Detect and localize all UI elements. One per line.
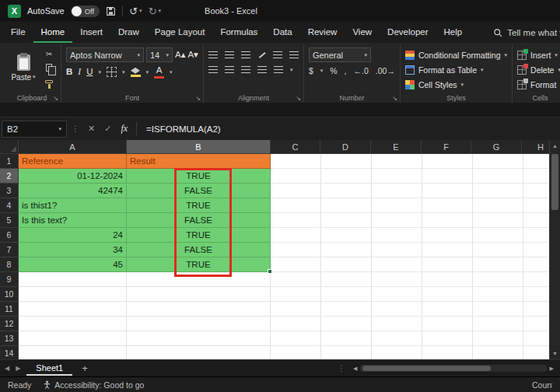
column-header-a[interactable]: A [19, 140, 127, 154]
tab-page-layout[interactable]: Page Layout [147, 22, 213, 43]
cell-B5[interactable]: FALSE [127, 213, 271, 228]
add-sheet-button[interactable]: + [79, 362, 91, 374]
align-top-icon[interactable] [208, 51, 218, 58]
cell[interactable] [19, 346, 127, 359]
cell[interactable] [127, 302, 271, 317]
formula-bar-handle-icon[interactable]: ⋮ [68, 124, 82, 133]
font-dialog-launcher-icon[interactable]: ↘ [195, 95, 201, 102]
paste-button[interactable]: Paste▾ [8, 47, 39, 88]
cell-A1[interactable]: Reference [19, 154, 127, 169]
tab-data[interactable]: Data [265, 22, 299, 43]
cell-B7[interactable]: FALSE [127, 243, 271, 257]
row-header-1[interactable]: 1 [0, 154, 19, 169]
cell-A8[interactable]: 45 [19, 257, 127, 272]
cell[interactable] [127, 346, 271, 359]
empty-cells[interactable] [271, 184, 560, 198]
cell-A3[interactable]: 42474 [19, 184, 127, 198]
cell-B6[interactable]: TRUE [127, 228, 271, 243]
row-header-7[interactable]: 7 [0, 243, 19, 257]
italic-button[interactable]: I [78, 68, 81, 77]
borders-icon[interactable] [107, 67, 117, 77]
column-header-e[interactable]: E [371, 140, 422, 154]
cell[interactable] [19, 272, 127, 287]
cell[interactable] [127, 317, 271, 331]
row-header-5[interactable]: 5 [0, 213, 19, 228]
number-format-select[interactable]: General▾ [309, 47, 371, 62]
empty-cells[interactable] [271, 272, 560, 287]
percent-style-button[interactable]: % [330, 66, 337, 75]
select-all-corner[interactable] [0, 140, 19, 154]
comma-style-button[interactable]: , [345, 66, 347, 75]
tab-help[interactable]: Help [436, 22, 471, 43]
sheet-nav-right-button[interactable]: ▶ [16, 365, 20, 372]
merge-center-icon[interactable] [274, 66, 283, 73]
tab-view[interactable]: View [345, 22, 380, 43]
undo-button[interactable]: ↺▾ [129, 5, 142, 17]
format-painter-button[interactable] [42, 75, 56, 88]
h-scroll-right-button[interactable]: ▶ [548, 366, 555, 372]
cell-B1[interactable]: Result [127, 154, 271, 169]
accessibility-status[interactable]: Accessibility: Good to go [44, 380, 144, 390]
v-scroll-thumb[interactable] [551, 154, 558, 210]
fill-handle[interactable] [268, 269, 272, 274]
cell-B4[interactable]: TRUE [127, 198, 271, 213]
tab-review[interactable]: Review [300, 22, 345, 43]
column-header-d[interactable]: D [320, 140, 371, 154]
format-cells-button[interactable]: Format ▾ [517, 77, 560, 92]
scrollbar-divider-icon[interactable]: ⋮ [338, 364, 345, 373]
align-center-icon[interactable] [225, 66, 234, 73]
cell[interactable] [19, 287, 127, 302]
row-header-9[interactable]: 9 [0, 272, 19, 287]
number-dialog-launcher-icon[interactable]: ↘ [392, 95, 397, 102]
empty-cells[interactable] [271, 317, 560, 331]
clipboard-dialog-launcher-icon[interactable]: ↘ [53, 95, 58, 102]
empty-cells[interactable] [271, 257, 560, 272]
cell-B8[interactable]: TRUE [127, 257, 271, 272]
empty-cells[interactable] [271, 346, 560, 359]
excel-logo-icon[interactable]: X [8, 5, 21, 18]
empty-cells[interactable] [271, 287, 560, 302]
cell-A7[interactable]: 34 [19, 243, 127, 257]
sheet-nav-left-button[interactable]: ◀ [5, 365, 9, 372]
horizontal-scrollbar[interactable]: ◀ ▶ [352, 360, 555, 376]
empty-cells[interactable] [271, 169, 560, 184]
row-header-2[interactable]: 2 [0, 169, 19, 184]
save-button[interactable] [106, 6, 116, 16]
empty-cells[interactable] [271, 243, 560, 257]
h-scroll-track[interactable] [360, 365, 546, 372]
row-header-14[interactable]: 14 [0, 346, 19, 359]
cancel-button[interactable]: ✕ [84, 124, 99, 134]
row-header-8[interactable]: 8 [0, 257, 19, 272]
row-header-10[interactable]: 10 [0, 287, 19, 302]
font-color-button[interactable]: A [154, 66, 164, 79]
row-header-11[interactable]: 11 [0, 302, 19, 317]
conditional-formatting-button[interactable]: Conditional Formatting ▾ [405, 47, 507, 62]
row-header-6[interactable]: 6 [0, 228, 19, 243]
tab-developer[interactable]: Developer [380, 22, 436, 43]
increase-font-button[interactable]: A▴ [175, 51, 185, 60]
wrap-text-icon[interactable] [257, 66, 267, 73]
redo-button[interactable]: ↻▾ [149, 5, 161, 17]
empty-cells[interactable] [271, 154, 560, 169]
tab-insert[interactable]: Insert [72, 22, 110, 43]
align-middle-icon[interactable] [225, 51, 234, 58]
align-left-icon[interactable] [208, 66, 218, 73]
v-scroll-up-button[interactable]: ▲ [550, 140, 560, 152]
cell[interactable] [127, 272, 271, 287]
cell-B2[interactable]: TRUE [127, 169, 271, 184]
autosave-toggle[interactable]: Off [71, 5, 100, 17]
empty-cells[interactable] [271, 213, 560, 228]
fill-color-button[interactable] [131, 68, 141, 77]
empty-cells[interactable] [271, 228, 560, 243]
column-header-b[interactable]: B [127, 140, 271, 154]
alignment-dialog-launcher-icon[interactable]: ↘ [296, 95, 301, 102]
name-box[interactable]: B2 ▾ [2, 121, 67, 138]
font-name-select[interactable]: Aptos Narrow▾ [66, 47, 144, 62]
format-as-table-button[interactable]: Format as Table ▾ [405, 62, 507, 77]
decrease-decimal-button[interactable]: .00→ [376, 66, 395, 75]
enter-button[interactable]: ✓ [100, 124, 115, 134]
column-header-f[interactable]: F [422, 140, 471, 154]
h-scroll-thumb[interactable] [362, 366, 491, 371]
tab-home[interactable]: Home [33, 22, 73, 43]
cell-B3[interactable]: FALSE [127, 184, 271, 198]
